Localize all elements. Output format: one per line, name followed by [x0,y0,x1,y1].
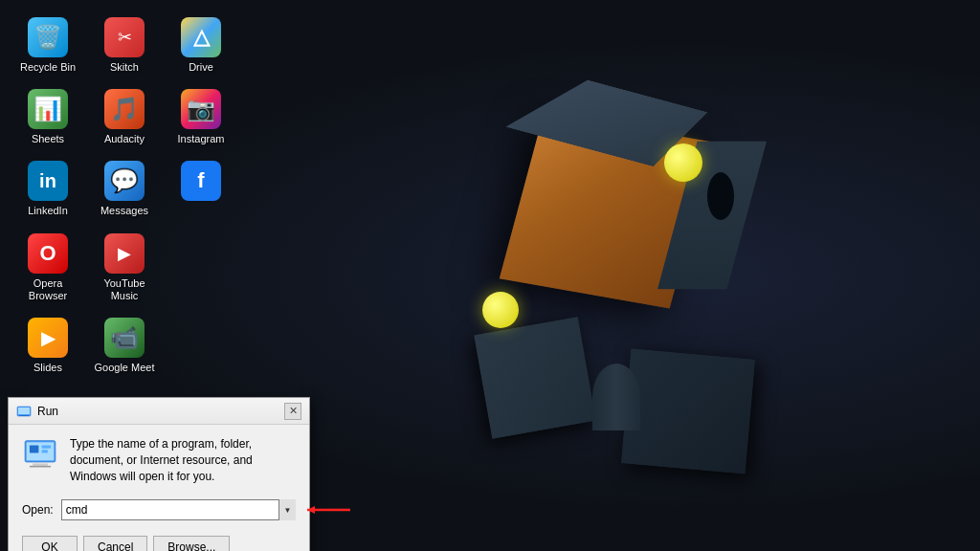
run-title-icon [16,404,32,419]
desktop-icon-instagram[interactable]: 📷 Instagram [163,81,239,153]
svg-marker-11 [307,506,315,514]
skitch-icon: ✂ [104,17,145,57]
svg-rect-8 [42,446,52,449]
run-open-label: Open: [22,503,54,517]
messages-label: Messages [100,205,148,217]
drive-label: Drive [189,61,213,74]
skitch-label: Skitch [110,61,139,74]
run-browse-button[interactable]: Browse... [153,536,230,551]
sheets-icon: 📊 [28,89,68,129]
cube-bottom-left [474,317,595,438]
run-dialog-buttons: OK Cancel Browse... [9,530,309,551]
run-cancel-button[interactable]: Cancel [83,536,147,551]
facebook-icon: f [181,161,221,201]
drive-icon: △ [181,17,221,57]
run-titlebar-left: Run [16,404,58,419]
opera-icon: O [28,233,68,274]
desktop-icon-facebook[interactable]: f [163,153,239,212]
slides-label: Slides [33,362,62,374]
svg-rect-7 [30,446,38,453]
run-ok-button[interactable]: OK [22,536,78,551]
desktop-icon-opera[interactable]: O Opera Browser [10,226,86,310]
desktop-icon-sheets[interactable]: 📊 Sheets [10,81,86,153]
run-computer-icon [22,436,58,473]
cube-cylinder [592,364,640,430]
google-meet-icon: 📹 [104,318,145,358]
recycle-bin-icon: 🗑️ [28,17,68,57]
run-dropdown-button[interactable]: ▼ [278,499,296,520]
desktop-icons-area: 🗑️ Recycle Bin 📊 Sheets in LinkedIn O Op… [0,0,191,411]
desktop-icon-drive[interactable]: △ Drive [163,10,239,81]
arrow-svg [302,503,355,517]
desktop-icon-youtube-music[interactable]: ▶ YouTube Music [86,226,163,310]
youtube-music-icon: ▶ [104,233,145,274]
run-dialog-body: Type the name of a program, folder, docu… [9,425,309,494]
opera-label: Opera Browser [13,277,82,302]
ball-dark [707,172,734,220]
recycle-bin-label: Recycle Bin [20,61,76,74]
svg-rect-9 [42,450,48,452]
ball-yellow-bottom [482,292,519,328]
audacity-icon: 🎵 [104,89,145,129]
linkedin-icon: in [28,161,68,201]
slides-icon: ▶ [28,318,68,358]
cube-bottom-right [621,349,755,474]
run-dialog: Run ✕ Type the name of a program, folder… [8,397,310,551]
desktop-icon-google-meet[interactable]: 📹 Google Meet [86,310,163,382]
instagram-label: Instagram [178,133,225,145]
desktop-icon-skitch[interactable]: ✂ Skitch [86,10,163,81]
run-input-wrapper: ▼ [61,499,296,520]
ball-yellow-top [664,143,702,182]
youtube-music-label: YouTube Music [90,277,159,302]
svg-rect-1 [18,408,30,414]
svg-rect-6 [30,466,51,468]
messages-icon: 💬 [104,161,145,201]
audacity-label: Audacity [104,133,145,145]
desktop-icon-recycle-bin[interactable]: 🗑️ Recycle Bin [10,10,86,81]
run-dialog-title: Run [37,405,58,418]
sheets-label: Sheets [32,133,64,145]
3d-scene [406,48,884,507]
run-arrow-indicator [302,503,355,517]
desktop-icon-audacity[interactable]: 🎵 Audacity [86,81,163,153]
run-close-button[interactable]: ✕ [284,403,301,420]
run-input-row: Open: ▼ [9,494,309,530]
linkedin-label: LinkedIn [28,205,68,217]
svg-rect-2 [19,415,29,416]
desktop-icon-messages[interactable]: 💬 Messages [86,153,163,225]
desktop-icon-linkedin[interactable]: in LinkedIn [10,153,86,225]
run-input-field[interactable] [61,499,296,520]
run-dialog-description: Type the name of a program, folder, docu… [70,436,296,484]
instagram-icon: 📷 [181,89,221,129]
svg-rect-5 [33,464,48,466]
desktop-icon-slides[interactable]: ▶ Slides [10,310,86,382]
google-meet-label: Google Meet [95,362,155,374]
run-dialog-titlebar: Run ✕ [9,398,309,425]
